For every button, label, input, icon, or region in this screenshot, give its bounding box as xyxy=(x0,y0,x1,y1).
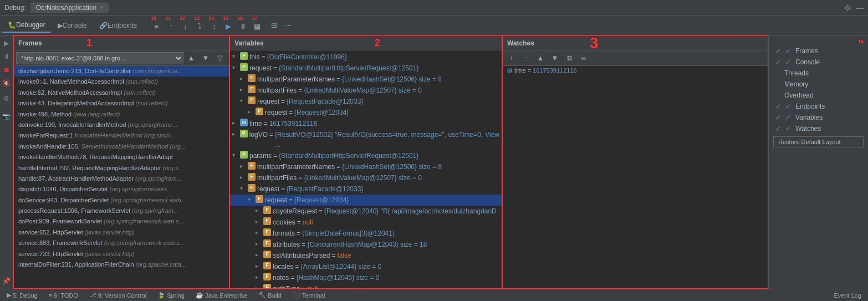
expand-arrow[interactable]: ▾ xyxy=(240,184,248,192)
expand-arrow[interactable]: ▸ xyxy=(232,119,240,127)
watches-down-button[interactable]: ▼ xyxy=(548,52,561,65)
expand-arrow[interactable]: ▸ xyxy=(240,85,248,94)
var-item[interactable]: ▸ oi time = 1617539112116 xyxy=(230,118,502,129)
var-item[interactable]: ▾ P params = {StandardMultipartHttpServl… xyxy=(230,150,502,161)
var-item[interactable]: ▸ F request = {Request@12034} xyxy=(230,107,502,118)
var-item[interactable]: ▸ F formats = {SimpleDateFormat[3]@12041… xyxy=(230,228,502,239)
right-sidebar-item-variables[interactable]: ✓Variables xyxy=(769,112,868,123)
var-item[interactable]: ▾ F request = {RequestFacade@12033} xyxy=(230,96,502,107)
expand-arrow[interactable]: ▸ xyxy=(256,217,263,226)
expand-arrow[interactable]: ▸ xyxy=(256,206,263,215)
frame-item[interactable]: service:652, HttpServlet (javax.servlet.… xyxy=(14,227,229,238)
resume-button[interactable]: ▶ xyxy=(222,20,235,33)
frames-down-button[interactable]: ▼ xyxy=(199,52,212,65)
var-item[interactable]: ▾ F request = {Request@12034} xyxy=(230,195,502,206)
var-item[interactable]: ▸ F authType = null xyxy=(230,283,502,288)
pause-button[interactable]: ⏸ xyxy=(236,20,249,33)
mute-side-icon[interactable]: 🔇 xyxy=(1,78,12,89)
watches-copy-button[interactable]: ⧉ xyxy=(563,52,576,65)
frame-item[interactable]: doService:943, DispatcherServlet (org.sp… xyxy=(14,195,229,206)
status-item-5-debug[interactable]: ▶ 5: Debug xyxy=(4,292,40,299)
step-over-button[interactable]: ≡ xyxy=(150,20,163,33)
frame-item[interactable]: duizhangdanDemo:213, OcrFileController (… xyxy=(14,66,229,76)
settings-icon[interactable]: ⚙ xyxy=(844,3,851,12)
right-sidebar-item-threads[interactable]: Threads xyxy=(769,68,868,79)
run-to-cursor-button[interactable]: ⤵ xyxy=(193,20,206,33)
expand-arrow[interactable]: ▾ xyxy=(232,151,240,159)
var-item[interactable]: ▸ F multipartFiles = {LinkedMultiValueMa… xyxy=(230,85,502,96)
frame-item[interactable]: service:883, FrameworkServlet (org.sprin… xyxy=(14,238,229,248)
frame-item[interactable]: handleInternal:792, RequestMappingHandle… xyxy=(14,163,229,174)
status-item-6-todo[interactable]: ≡ 6: TODO xyxy=(47,292,80,299)
settings-side-icon[interactable]: ⚙ xyxy=(1,93,12,104)
frame-item[interactable]: internalDoFilter:231, ApplicationFilterC… xyxy=(14,259,229,270)
frame-item[interactable]: doPost:909, FrameworkServlet (org.spring… xyxy=(14,216,229,227)
pause-side-icon[interactable]: ⏸ xyxy=(1,51,12,62)
evaluate-button[interactable]: ↕ xyxy=(207,20,221,33)
var-item[interactable]: ▸ F coyoteRequest = {Request@12040} "R( … xyxy=(230,206,502,217)
more-options-button[interactable]: ⋯ xyxy=(282,19,295,32)
var-item[interactable]: ▸ F multipartParameterNames = {LinkedHas… xyxy=(230,74,502,85)
frame-item[interactable]: doInvoke:190, InvocableHandlerMethod (or… xyxy=(14,120,229,130)
expand-arrow[interactable]: ▸ xyxy=(240,162,248,170)
status-item-spring[interactable]: 🍃 Spring xyxy=(155,292,187,299)
expand-arrow[interactable]: ▾ xyxy=(232,63,240,72)
expand-arrow[interactable]: ▾ xyxy=(232,52,240,60)
status-item-terminal[interactable]: ⬛ Terminal xyxy=(290,292,328,299)
expand-arrow[interactable]: ▸ xyxy=(256,273,263,281)
status-item-java-enterprise[interactable]: ☕ Java Enterprise xyxy=(193,292,249,299)
right-sidebar-item-overhead[interactable]: Overhead xyxy=(769,90,868,101)
close-tab-icon[interactable]: × xyxy=(100,4,103,11)
watches-add-button[interactable]: + xyxy=(505,52,518,65)
right-sidebar-item-endpoints[interactable]: ✓Endpoints xyxy=(769,101,868,112)
status-item-event-log[interactable]: Event Log xyxy=(831,292,864,299)
frame-item[interactable]: service:733, HttpServlet (javax.servlet.… xyxy=(14,249,229,259)
var-item[interactable]: ▸ F multipartFiles = {LinkedMultiValueMa… xyxy=(230,172,502,183)
expand-arrow[interactable]: ▸ xyxy=(256,262,263,270)
watches-up-button[interactable]: ▲ xyxy=(534,52,547,65)
minimize-icon[interactable]: — xyxy=(856,3,864,12)
expand-arrow[interactable]: ▸ xyxy=(256,251,263,259)
frame-item[interactable]: invoke0:-1, NativeMethodAccessorImpl (su… xyxy=(14,76,229,87)
app-title-tab[interactable]: OcrNotesApplication × xyxy=(30,3,109,13)
var-item[interactable]: ▾ F request = {RequestFacade@12033} xyxy=(230,183,502,195)
right-sidebar-item-watches[interactable]: ✓Watches xyxy=(769,123,868,134)
status-item-build[interactable]: 🔨 Build xyxy=(256,292,283,299)
expand-arrow[interactable]: ▸ xyxy=(240,173,248,181)
tab-debugger[interactable]: 🐛 Debugger xyxy=(2,18,51,33)
restore-default-layout-button[interactable]: Restore Default Layout xyxy=(773,136,864,147)
tab-endpoints[interactable]: 🔗 Endpoints xyxy=(94,18,142,33)
frame-item[interactable]: invokeForRequest:1 InvocableHandlerMetho… xyxy=(14,130,229,141)
step-out-button[interactable]: ↓ xyxy=(178,20,192,33)
watches-remove-button[interactable]: − xyxy=(519,52,533,65)
step-into-button[interactable]: ↑ xyxy=(164,20,177,33)
var-item[interactable]: ▸ F cookies = null xyxy=(230,217,502,228)
frame-item[interactable]: invoke:498, Method (java.lang.reflect) xyxy=(14,109,229,120)
right-sidebar-item-memory[interactable]: Memory xyxy=(769,79,868,90)
var-item[interactable]: ▸ F notes = {HashMap@12045} size = 0 xyxy=(230,272,502,283)
stop-side-icon[interactable]: ⏹ xyxy=(1,64,12,75)
expand-arrow[interactable]: ▸ xyxy=(232,130,240,138)
frame-item[interactable]: invoke:62, NativeMethodAccessorImpl (sun… xyxy=(14,88,229,98)
right-sidebar-item-console[interactable]: ✓Console xyxy=(769,57,868,68)
expand-arrow[interactable]: ▸ xyxy=(256,284,263,288)
expand-arrow[interactable]: ▸ xyxy=(240,74,248,83)
var-item[interactable]: ▾ P request = {StandardMultipartHttpServ… xyxy=(230,63,502,74)
frame-item[interactable]: handle:87, AbstractHandlerMethodAdapter … xyxy=(14,174,229,184)
tab-console[interactable]: ▶ Console xyxy=(52,18,93,33)
stop-button[interactable]: ▦ xyxy=(251,20,264,33)
frames-filter-button[interactable]: ▽ xyxy=(213,52,227,65)
right-sidebar-item-frames[interactable]: ✓Frames xyxy=(769,45,868,57)
resume-side-icon[interactable]: ▶ xyxy=(1,38,12,49)
frame-item[interactable]: dispatch:1040, DispatcherServlet (org.sp… xyxy=(14,184,229,195)
frames-up-button[interactable]: ▲ xyxy=(185,52,198,65)
watch-item[interactable]: oitime = 1617539112116 xyxy=(503,66,768,75)
var-item[interactable]: ▾ P this = {OcrFileController@11996} xyxy=(230,52,502,63)
var-item[interactable]: ▸ P logVO = {ResultVO@12502} "ResultVO(s… xyxy=(230,129,502,150)
frame-item[interactable]: processRequest:1006, FrameworkServlet (o… xyxy=(14,206,229,216)
var-item[interactable]: ▸ F sslAttributesParsed = false xyxy=(230,250,502,261)
var-item[interactable]: ▸ F locales = {ArrayList@12044} size = 0 xyxy=(230,261,502,272)
watches-infinite-button[interactable]: ∞ xyxy=(577,52,590,65)
frame-item[interactable]: invokeAndHandle:105, ServletInvocableHan… xyxy=(14,141,229,152)
frame-item[interactable]: invokeHandlerMethod:78, RequestMappingHa… xyxy=(14,152,229,162)
